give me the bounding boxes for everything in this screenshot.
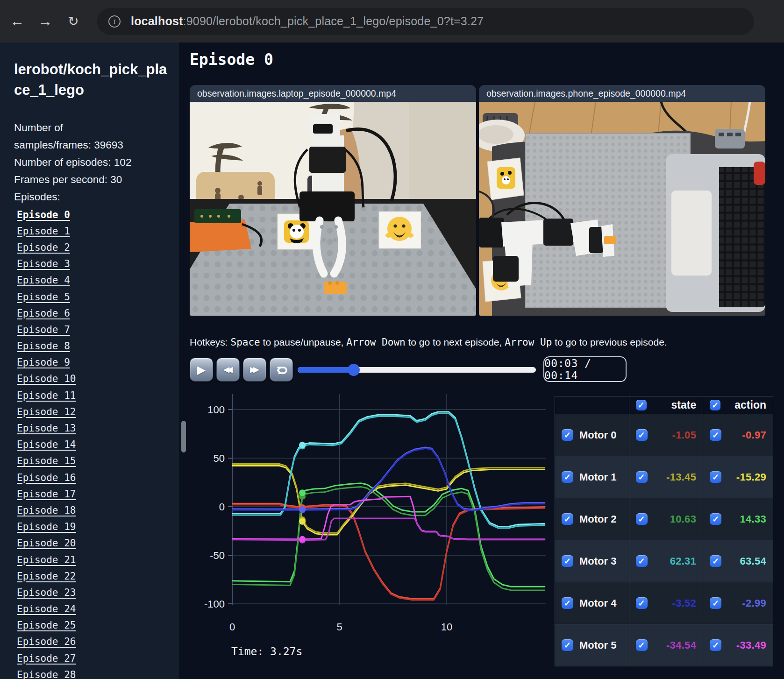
video-player-phone[interactable]: [479, 102, 765, 316]
slider-thumb[interactable]: [348, 364, 360, 376]
svg-text:-100: -100: [204, 598, 225, 610]
reload-icon[interactable]: ↻: [63, 11, 84, 32]
episodes-label: Episodes:: [14, 188, 179, 205]
loop-button[interactable]: [270, 358, 293, 382]
svg-text:0: 0: [229, 621, 235, 633]
stat-samples: Number of samples/frames: 39693: [14, 119, 141, 154]
forward-icon[interactable]: →: [35, 11, 56, 32]
motor-checkbox[interactable]: [562, 429, 573, 441]
video-progress-slider[interactable]: [298, 365, 536, 375]
back-icon[interactable]: ←: [7, 11, 28, 32]
motor-row: Motor 5-34.54-33.49: [555, 624, 773, 666]
video-panel-laptop: observation.images.laptop_episode_000000…: [190, 85, 476, 316]
state-checkbox[interactable]: [636, 639, 648, 651]
svg-text:50: 50: [214, 453, 225, 464]
chart-time-label: Time: 3.27s: [231, 645, 302, 658]
loop-icon: [275, 363, 288, 376]
motor-row: Motor 4-3.52-2.99: [555, 582, 773, 624]
motor-table: state action Motor 0-1.05-0.97Motor 1-13…: [555, 396, 773, 666]
motor-row: Motor 0-1.05-0.97: [555, 414, 773, 456]
play-icon: ▶: [197, 364, 206, 375]
play-button[interactable]: ▶: [190, 358, 213, 382]
action-checkbox[interactable]: [710, 639, 721, 651]
episode-link[interactable]: Episode 2: [17, 239, 179, 255]
episode-list: Episode 0Episode 1Episode 2Episode 3Epis…: [17, 206, 179, 679]
lerobot-dataset-visualizer: ← → ↻ i localhost:9090/lerobot/koch_pick…: [0, 0, 784, 679]
action-value: -15.29: [736, 471, 766, 483]
state-checkbox[interactable]: [636, 597, 648, 609]
episode-link[interactable]: Episode 1: [17, 223, 179, 239]
action-checkbox[interactable]: [710, 471, 721, 483]
episode-link[interactable]: Episode 25: [17, 617, 179, 634]
episode-link[interactable]: Episode 5: [17, 289, 179, 305]
motor-checkbox[interactable]: [562, 639, 573, 651]
sidebar: lerobot/koch_pick_place_1_lego Number of…: [0, 42, 179, 679]
motor-chart[interactable]: 100500-50-1000510: [180, 391, 554, 667]
episode-link[interactable]: Episode 14: [17, 437, 179, 453]
motor-row: Motor 362.3163.54: [555, 540, 773, 582]
episode-link[interactable]: Episode 16: [17, 469, 179, 486]
episode-link[interactable]: Episode 20: [17, 535, 179, 552]
episode-link[interactable]: Episode 8: [17, 338, 179, 354]
slider-track[interactable]: [298, 367, 536, 373]
episode-link[interactable]: Episode 18: [17, 502, 179, 518]
episode-link[interactable]: Episode 3: [17, 256, 179, 272]
episode-link[interactable]: Episode 6: [17, 305, 179, 321]
state-value: -3.52: [672, 597, 697, 609]
info-icon[interactable]: i: [108, 15, 121, 28]
state-checkbox[interactable]: [636, 513, 648, 525]
motor-name: Motor 1: [579, 471, 616, 483]
action-value: -0.97: [742, 429, 766, 441]
episode-link[interactable]: Episode 19: [17, 519, 179, 535]
stat-fps: Frames per second: 30: [14, 171, 141, 188]
episode-link[interactable]: Episode 9: [17, 354, 179, 371]
episode-link[interactable]: Episode 27: [17, 650, 179, 666]
episode-link[interactable]: Episode 17: [17, 486, 179, 502]
table-corner: [555, 396, 629, 414]
action-checkbox[interactable]: [710, 597, 721, 609]
video-player-laptop[interactable]: [190, 102, 476, 316]
episode-link[interactable]: Episode 10: [17, 371, 179, 387]
action-column-checkbox[interactable]: [710, 400, 720, 410]
episode-link[interactable]: Episode 11: [17, 387, 179, 403]
episode-link[interactable]: Episode 13: [17, 420, 179, 436]
svg-text:-50: -50: [210, 550, 225, 561]
episode-link[interactable]: Episode 21: [17, 552, 179, 568]
stat-episodes: Number of episodes: 102: [14, 154, 141, 171]
action-value: -33.49: [736, 639, 766, 651]
fast-forward-button[interactable]: ▶▶: [243, 358, 266, 382]
time-display: 00:03 / 00:14: [543, 356, 627, 382]
action-checkbox[interactable]: [710, 429, 721, 441]
state-column-checkbox[interactable]: [636, 400, 647, 410]
browser-chrome: ← → ↻ i localhost:9090/lerobot/koch_pick…: [0, 0, 784, 42]
episode-link[interactable]: Episode 12: [17, 403, 179, 420]
motor-name: Motor 0: [579, 429, 616, 441]
motor-row: Motor 1-13.45-15.29: [555, 456, 773, 498]
episode-link[interactable]: Episode 7: [17, 321, 179, 338]
page-title: Episode 0: [190, 50, 273, 69]
fast-forward-icon: ▶▶: [250, 366, 259, 374]
motor-checkbox[interactable]: [562, 471, 573, 483]
motor-checkbox[interactable]: [562, 513, 573, 525]
episode-link[interactable]: Episode 22: [17, 568, 179, 584]
state-value: 10.63: [670, 513, 697, 525]
episode-link[interactable]: Episode 28: [17, 666, 179, 679]
rewind-button[interactable]: ◀◀: [216, 358, 240, 382]
state-checkbox[interactable]: [636, 429, 648, 441]
episode-link[interactable]: Episode 4: [17, 272, 179, 289]
episode-link[interactable]: Episode 26: [17, 634, 179, 650]
episode-link[interactable]: Episode 23: [17, 584, 179, 601]
motor-checkbox[interactable]: [562, 555, 573, 567]
state-checkbox[interactable]: [636, 555, 648, 567]
action-checkbox[interactable]: [710, 513, 721, 525]
episode-link[interactable]: Episode 24: [17, 601, 179, 617]
svg-text:10: 10: [441, 621, 452, 633]
episode-link[interactable]: Episode 0: [17, 206, 179, 223]
motor-row: Motor 210.6314.33: [555, 498, 773, 540]
url-bar[interactable]: i localhost:9090/lerobot/koch_pick_place…: [97, 8, 754, 35]
action-value: -2.99: [742, 597, 766, 609]
action-checkbox[interactable]: [710, 555, 721, 567]
state-checkbox[interactable]: [636, 471, 648, 483]
episode-link[interactable]: Episode 15: [17, 453, 179, 469]
motor-checkbox[interactable]: [562, 597, 573, 609]
